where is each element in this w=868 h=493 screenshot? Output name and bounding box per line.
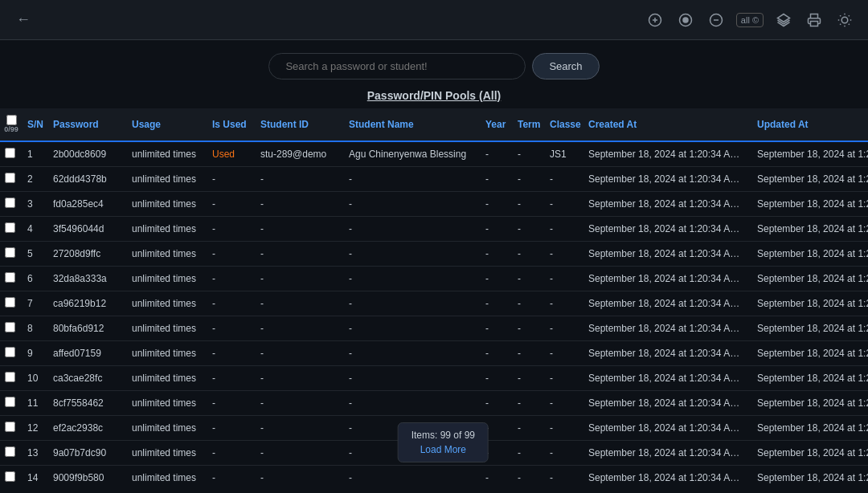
- cell-class: -: [545, 440, 583, 465]
- cell-sn: 9: [23, 340, 48, 365]
- col-header-sn: S/N: [23, 108, 48, 141]
- cell-term: -: [513, 191, 545, 216]
- page-title: Password/PIN Pools (All): [0, 86, 868, 108]
- cell-studentname: -: [344, 166, 481, 191]
- cell-term: -: [513, 415, 545, 440]
- cell-class: JS1: [545, 141, 583, 167]
- col-header-isused: Is Used: [207, 108, 256, 141]
- row-checkbox[interactable]: [5, 422, 15, 432]
- col-header-updated: Updated At: [752, 108, 868, 141]
- cell-created: September 18, 2024 at 1:20:34 AM GMT+1: [583, 166, 752, 191]
- cell-created: September 18, 2024 at 1:20:34 AM GMT+1: [583, 266, 752, 291]
- cell-isused: -: [207, 216, 256, 241]
- row-checkbox[interactable]: [5, 198, 15, 208]
- cell-isused: -: [207, 465, 256, 487]
- table-row: 9 affed07159 unlimited times - - - - - -…: [0, 340, 868, 365]
- cell-class: -: [545, 340, 583, 365]
- cell-term: -: [513, 440, 545, 465]
- back-button[interactable]: ←: [13, 8, 34, 31]
- row-checkbox[interactable]: [5, 222, 15, 233]
- cell-created: September 18, 2024 at 1:20:34 AM GMT+1: [583, 316, 752, 340]
- cell-studentid: -: [256, 465, 344, 487]
- cell-year: -: [481, 141, 513, 167]
- cell-term: -: [513, 465, 545, 487]
- row-checkbox[interactable]: [5, 173, 15, 183]
- table-row: 8 80bfa6d912 unlimited times - - - - - -…: [0, 316, 868, 340]
- row-checkbox[interactable]: [5, 347, 15, 357]
- cell-studentname: Agu Chinenyenwa Blessing: [344, 141, 481, 167]
- cell-studentid: -: [256, 241, 344, 266]
- row-checkbox[interactable]: [5, 322, 15, 332]
- cell-updated: September 18, 2024 at 1:20:34 AM GM: [752, 316, 868, 340]
- cell-sn: 1: [23, 141, 48, 167]
- cell-created: September 18, 2024 at 1:20:34 AM GMT+1: [583, 415, 752, 440]
- cell-updated: September 18, 2024 at 1:20:34 AM GM: [752, 340, 868, 365]
- sun-icon[interactable]: [834, 10, 855, 31]
- cell-password: 9a07b7dc90: [48, 440, 127, 465]
- row-checkbox[interactable]: [5, 397, 15, 407]
- col-header-year: Year: [481, 108, 513, 141]
- cell-studentname: -: [344, 465, 481, 487]
- record-icon[interactable]: [675, 10, 696, 31]
- header-count-label: 0/99: [4, 125, 18, 134]
- cell-isused: -: [207, 291, 256, 316]
- row-checkbox[interactable]: [5, 471, 15, 482]
- row-checkbox[interactable]: [5, 272, 15, 283]
- cell-studentname: -: [344, 390, 481, 415]
- tooltip-items-text: Items: 99 of 99: [411, 430, 475, 441]
- topbar-right: all ©: [645, 10, 855, 31]
- cell-password: 9009f9b580: [48, 465, 127, 487]
- cell-updated: September 18, 2024 at 1:20:34 AM GM: [752, 465, 868, 487]
- cell-studentname: -: [344, 365, 481, 390]
- print-icon[interactable]: [804, 10, 825, 31]
- row-checkbox[interactable]: [5, 247, 15, 258]
- cell-created: September 18, 2024 at 1:20:34 AM GMT+1: [583, 390, 752, 415]
- cell-sn: 12: [23, 415, 48, 440]
- cell-term: -: [513, 340, 545, 365]
- cell-updated: September 18, 2024 at 1:21:54 AM GM: [752, 141, 868, 167]
- cell-usage: unlimited times: [127, 166, 207, 191]
- row-checkbox[interactable]: [5, 372, 15, 382]
- cell-term: -: [513, 241, 545, 266]
- select-all-checkbox[interactable]: [6, 115, 17, 125]
- row-checkbox[interactable]: [5, 297, 15, 308]
- col-header-term: Term: [513, 108, 545, 141]
- cell-sn: 4: [23, 216, 48, 241]
- cell-studentid: -: [256, 166, 344, 191]
- minus-circle-icon[interactable]: [706, 10, 727, 31]
- cell-class: -: [545, 465, 583, 487]
- search-area: Search: [0, 40, 868, 86]
- add-circle-icon[interactable]: [645, 10, 665, 31]
- cell-isused: -: [207, 191, 256, 216]
- svg-line-13: [849, 23, 850, 24]
- cell-isused: -: [207, 390, 256, 415]
- search-button[interactable]: Search: [532, 53, 599, 79]
- cell-usage: unlimited times: [127, 241, 207, 266]
- col-header-password: Password: [48, 108, 127, 141]
- row-checkbox[interactable]: [5, 446, 15, 457]
- search-input[interactable]: [268, 53, 526, 79]
- cell-password: 32da8a333a: [48, 266, 127, 291]
- cell-isused: -: [207, 440, 256, 465]
- cell-year: -: [481, 216, 513, 241]
- cell-updated: September 18, 2024 at 1:20:34 AM GM: [752, 415, 868, 440]
- cell-sn: 3: [23, 191, 48, 216]
- cell-studentid: -: [256, 365, 344, 390]
- cell-usage: unlimited times: [127, 465, 207, 487]
- cell-created: September 18, 2024 at 1:20:34 AM GMT+1: [583, 216, 752, 241]
- layers-icon[interactable]: [773, 10, 794, 31]
- cell-usage: unlimited times: [127, 340, 207, 365]
- all-filter-button[interactable]: all ©: [736, 13, 764, 27]
- cell-usage: unlimited times: [127, 390, 207, 415]
- cell-class: -: [545, 415, 583, 440]
- cell-isused: -: [207, 415, 256, 440]
- cell-studentid: -: [256, 291, 344, 316]
- cell-year: -: [481, 390, 513, 415]
- load-more-button[interactable]: Load More: [411, 444, 475, 455]
- cell-studentname: -: [344, 291, 481, 316]
- row-checkbox[interactable]: [5, 148, 15, 158]
- col-header-created: Created At: [583, 108, 752, 141]
- cell-sn: 6: [23, 266, 48, 291]
- cell-password: 3f5496044d: [48, 216, 127, 241]
- cell-year: -: [481, 291, 513, 316]
